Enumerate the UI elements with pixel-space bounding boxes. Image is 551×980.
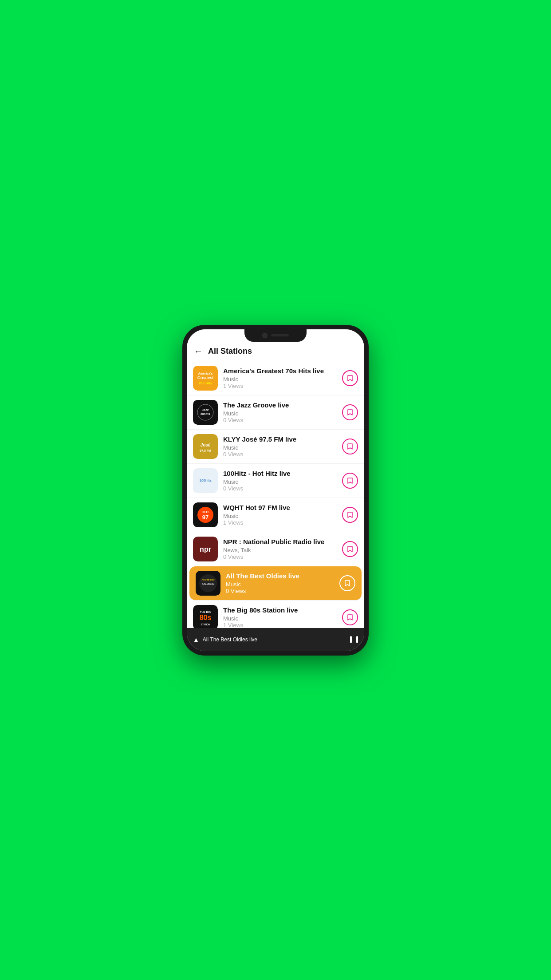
mini-player-title: All The Best Oldies live — [203, 636, 257, 643]
station-category: News, Talk — [223, 547, 342, 553]
bookmark-icon — [347, 511, 353, 518]
svg-text:THE BIG: THE BIG — [200, 611, 211, 613]
svg-text:JAZZ: JAZZ — [202, 409, 209, 411]
svg-text:All The Best: All The Best — [202, 578, 215, 581]
station-logo: All The Best OLDIES — [196, 571, 220, 596]
station-list[interactable]: America's Greatest 70s Hits America's Gr… — [187, 361, 364, 628]
station-info: 100Hitz - Hot Hitz live Music 0 Views — [223, 469, 342, 492]
station-info: NPR : National Public Radio live News, T… — [223, 537, 342, 561]
station-views: 0 Views — [226, 588, 339, 594]
station-info: America's Greatest 70s Hits live Music 1… — [223, 367, 342, 390]
bookmark-button[interactable] — [342, 541, 358, 557]
station-category: Music — [223, 444, 342, 451]
back-button[interactable]: ← — [194, 346, 203, 356]
station-item[interactable]: JAZZ GROOVE The Jazz Groove live Music 0… — [187, 395, 364, 430]
phone-frame: ← All Stations America's Greatest 70s Hi… — [182, 325, 369, 656]
bookmark-icon — [347, 477, 353, 484]
station-name: The Jazz Groove live — [223, 401, 342, 410]
svg-text:100hitz: 100hitz — [199, 478, 211, 482]
svg-text:70s Hits: 70s Hits — [199, 381, 213, 385]
station-info: The Big 80s Station live Music 1 Views — [223, 606, 342, 628]
station-views: 0 Views — [223, 451, 342, 458]
svg-text:GROOVE: GROOVE — [201, 413, 211, 415]
station-item[interactable]: npr NPR : National Public Radio live New… — [187, 532, 364, 566]
svg-text:97: 97 — [202, 514, 209, 521]
station-name: All The Best Oldies live — [226, 572, 339, 581]
station-views: 1 Views — [223, 519, 342, 526]
bookmark-button[interactable] — [342, 609, 358, 625]
station-logo: npr — [193, 537, 218, 561]
bookmark-icon — [347, 375, 353, 382]
station-item[interactable]: America's Greatest 70s Hits America's Gr… — [187, 361, 364, 395]
bookmark-button[interactable] — [342, 404, 358, 420]
svg-text:Greatest: Greatest — [197, 375, 214, 380]
station-info: KLYY José 97.5 FM live Music 0 Views — [223, 435, 342, 458]
bookmark-icon — [347, 545, 353, 553]
pause-bar-1 — [350, 636, 352, 643]
svg-text:STATION: STATION — [201, 623, 210, 626]
station-views: 0 Views — [223, 553, 342, 560]
bookmark-button[interactable] — [342, 507, 358, 523]
station-name: WQHT Hot 97 FM live — [223, 503, 342, 512]
svg-text:José: José — [201, 443, 211, 447]
notch-camera — [262, 333, 268, 338]
notch-speaker — [271, 334, 289, 336]
station-category: Music — [223, 376, 342, 383]
svg-text:97.5 FM: 97.5 FM — [200, 449, 211, 452]
station-info: All The Best Oldies live Music 0 Views — [226, 572, 339, 595]
bookmark-icon — [347, 443, 353, 450]
station-logo: José 97.5 FM — [193, 434, 218, 459]
phone-screen: ← All Stations America's Greatest 70s Hi… — [187, 329, 364, 651]
bookmark-icon — [344, 580, 350, 587]
svg-text:npr: npr — [200, 545, 211, 553]
station-name: The Big 80s Station live — [223, 606, 342, 615]
station-name: KLYY José 97.5 FM live — [223, 435, 342, 444]
station-category: Music — [223, 513, 342, 519]
station-views: 0 Views — [223, 485, 342, 492]
station-category: Music — [226, 581, 339, 588]
station-info: The Jazz Groove live Music 0 Views — [223, 401, 342, 424]
mini-player-chevron[interactable]: ▲ — [193, 636, 199, 643]
station-item[interactable]: All The Best OLDIES All The Best Oldies … — [189, 566, 362, 601]
station-views: 1 Views — [223, 383, 342, 389]
station-item[interactable]: José 97.5 FM KLYY José 97.5 FM live Musi… — [187, 430, 364, 464]
station-info: WQHT Hot 97 FM live Music 1 Views — [223, 503, 342, 526]
station-item[interactable]: 100hitz 100Hitz - Hot Hitz live Music 0 … — [187, 464, 364, 498]
station-category: Music — [223, 410, 342, 417]
page-title: All Stations — [208, 347, 252, 356]
bookmark-icon — [347, 614, 353, 621]
station-logo: 100hitz — [193, 468, 218, 493]
svg-text:80s: 80s — [200, 614, 212, 621]
station-name: NPR : National Public Radio live — [223, 537, 342, 546]
station-category: Music — [223, 615, 342, 622]
svg-text:OLDIES: OLDIES — [202, 582, 214, 585]
bookmark-button[interactable] — [342, 473, 358, 489]
station-category: Music — [223, 478, 342, 485]
station-item[interactable]: HOT 97 WQHT Hot 97 FM live Music 1 Views — [187, 498, 364, 532]
pause-bar-2 — [356, 636, 358, 643]
notch — [244, 329, 307, 342]
bookmark-icon — [347, 409, 353, 416]
bookmark-button[interactable] — [342, 370, 358, 386]
station-views: 0 Views — [223, 417, 342, 423]
bookmark-button[interactable] — [339, 575, 355, 591]
svg-text:America's: America's — [198, 372, 213, 375]
mini-player-controls — [350, 636, 358, 643]
station-logo: America's Greatest 70s Hits — [193, 366, 218, 391]
station-name: America's Greatest 70s Hits live — [223, 367, 342, 375]
screen: ← All Stations America's Greatest 70s Hi… — [187, 329, 364, 651]
mini-player-left: ▲ All The Best Oldies live — [193, 636, 257, 643]
station-logo: JAZZ GROOVE — [193, 400, 218, 425]
mini-player[interactable]: ▲ All The Best Oldies live — [187, 628, 364, 651]
bookmark-button[interactable] — [342, 439, 358, 454]
station-name: 100Hitz - Hot Hitz live — [223, 469, 342, 478]
station-logo: THE BIG 80s STATION — [193, 605, 218, 628]
svg-text:HOT: HOT — [202, 510, 209, 514]
station-views: 1 Views — [223, 622, 342, 628]
svg-rect-4 — [193, 400, 218, 425]
station-item[interactable]: THE BIG 80s STATION The Big 80s Station … — [187, 601, 364, 628]
station-logo: HOT 97 — [193, 502, 218, 527]
